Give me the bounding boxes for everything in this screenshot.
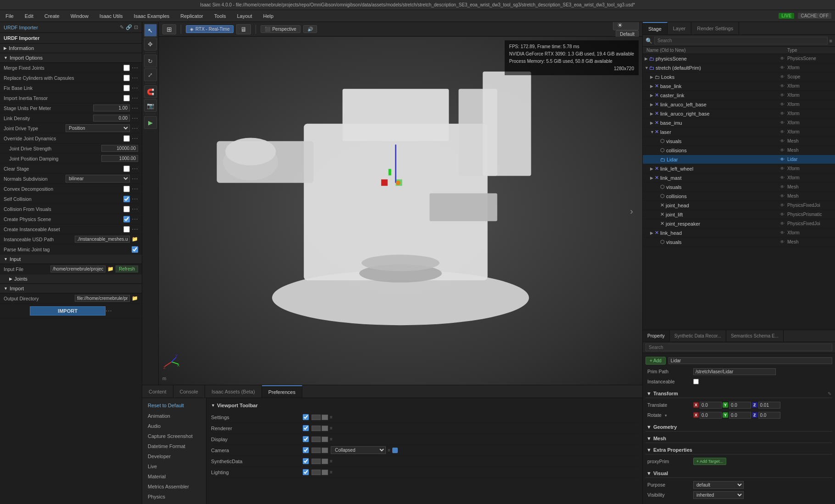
tree-row[interactable]: ▶ ✕ base_link 👁 Xform	[643, 82, 835, 91]
tree-row[interactable]: ⬡ collisions 👁 Mesh	[643, 192, 835, 201]
eye-icon[interactable]: 👁	[780, 212, 787, 217]
pref-renderer-extra[interactable]	[322, 426, 328, 431]
pref-settings-toggle[interactable]	[312, 415, 321, 420]
override-joint-dynamics-dots[interactable]: ⋯	[132, 135, 138, 142]
transform-btn[interactable]: ⊞	[162, 24, 176, 34]
pref-property-widgets[interactable]: Property Widgets	[142, 502, 206, 504]
pref-display-check[interactable]	[303, 436, 309, 442]
rotate-z-input[interactable]	[758, 412, 780, 419]
tree-row[interactable]: ✕ joint_lift 👁 PhysicsPrismatic	[643, 210, 835, 219]
tree-row[interactable]: ▶ ✕ link_head 👁 Xform	[643, 228, 835, 238]
import-dots[interactable]: ⋯	[106, 307, 112, 315]
rotate-x-input[interactable]	[700, 412, 722, 419]
pref-renderer-check[interactable]	[303, 425, 309, 431]
joint-drive-type-select[interactable]: Position	[66, 124, 130, 132]
stage-units-dots[interactable]: ⋯	[132, 105, 138, 112]
eye-icon[interactable]: 👁	[780, 148, 787, 153]
transform-edit-icon[interactable]: ✎	[828, 391, 831, 396]
eye-icon[interactable]: 👁	[780, 93, 787, 98]
tree-row[interactable]: ✕ joint_head 👁 PhysicsFixedJoi	[643, 201, 835, 210]
audio-btn[interactable]: 🔊	[303, 25, 317, 33]
add-target-button[interactable]: + Add Target...	[693, 458, 726, 465]
pref-display-extra[interactable]	[322, 437, 328, 442]
menu-edit[interactable]: Edit	[23, 12, 35, 20]
tab-console[interactable]: Console	[173, 385, 205, 398]
snap-btn[interactable]: 🧲	[144, 85, 157, 98]
create-physics-scene-dots[interactable]: ⋯	[132, 216, 138, 223]
extra-section-title[interactable]: ▼ Extra Properties	[646, 446, 832, 454]
geometry-section-title[interactable]: ▼ Geometry	[646, 423, 832, 432]
menu-create[interactable]: Create	[43, 12, 61, 20]
pref-settings-check[interactable]	[303, 414, 309, 420]
tree-row[interactable]: ▶ 🗀 physicsScene 👁 PhysicsScene	[643, 54, 835, 63]
prop-search-input[interactable]	[646, 343, 832, 351]
pref-camera-check[interactable]	[303, 447, 309, 453]
eye-icon[interactable]: 👁	[780, 157, 787, 162]
pref-datetime-format[interactable]: Datetime Format	[142, 441, 206, 451]
rotate-tool-btn[interactable]: ↻	[144, 55, 157, 67]
convex-decomp-check[interactable]	[123, 186, 130, 192]
menu-tools[interactable]: Tools	[212, 12, 228, 20]
expand-icon[interactable]: ⊡	[134, 24, 138, 30]
import-options-section[interactable]: ▼ Import Options	[0, 53, 142, 63]
eye-icon[interactable]: 👁	[780, 203, 787, 208]
live-badge[interactable]: LIVE	[779, 13, 794, 19]
eye-icon[interactable]: 👁	[780, 56, 787, 61]
pref-material[interactable]: Material	[142, 471, 206, 482]
collision-from-visuals-dots[interactable]: ⋯	[132, 205, 138, 213]
eye-icon[interactable]: 👁	[780, 102, 787, 107]
input-file-input[interactable]	[50, 266, 106, 272]
translate-x-input[interactable]	[700, 402, 722, 409]
tree-row[interactable]: ▼ 🗀 stretch (defaultPrim) 👁 Xform	[643, 63, 835, 72]
prop-tab-property[interactable]: Property	[643, 330, 670, 342]
link-density-dots[interactable]: ⋯	[132, 115, 138, 122]
eye-icon[interactable]: 👁	[780, 111, 787, 116]
display-btn[interactable]: 🖥	[236, 24, 251, 34]
tree-row[interactable]: ⬡ visuals 👁 Mesh	[643, 137, 835, 146]
scale-tool-btn[interactable]: ⤢	[144, 68, 157, 81]
camera-btn[interactable]: 📷	[144, 99, 157, 112]
play-btn[interactable]: ▶	[144, 116, 157, 129]
eye-icon[interactable]: 👁	[780, 239, 787, 244]
pref-settings-extra[interactable]	[322, 415, 328, 420]
pref-audio[interactable]: Audio	[142, 421, 206, 431]
viewport-3d[interactable]: › FPS: 172.89, Frame time: 5.78 ms NVIDI…	[159, 37, 642, 385]
pref-animation[interactable]: Animation	[142, 411, 206, 421]
pref-capture-screenshot[interactable]: Capture Screenshot	[142, 431, 206, 441]
tree-row[interactable]: ⬡ visuals 👁 Mesh	[643, 183, 835, 192]
eye-icon[interactable]: 👁	[780, 175, 787, 180]
pref-synthetic-extra[interactable]	[322, 459, 328, 464]
transform-section-title[interactable]: ▼ Transform ✎	[646, 389, 832, 398]
eye-icon[interactable]: 👁	[780, 65, 787, 70]
pref-synthetic-check[interactable]	[303, 458, 309, 464]
joint-drive-type-dots[interactable]: ⋯	[132, 125, 138, 132]
menu-help[interactable]: Help	[262, 12, 276, 20]
rtx-btn[interactable]: ◈ RTX - Real-Time	[186, 25, 234, 33]
pref-display-toggle[interactable]	[312, 437, 321, 442]
translate-y-input[interactable]	[729, 402, 751, 409]
tree-row[interactable]: ⬡ visuals 👁 Mesh	[643, 238, 835, 247]
tab-isaac-assets[interactable]: Isaac Assets (Beta)	[205, 385, 262, 398]
joint-position-damping-input[interactable]	[101, 155, 138, 162]
purpose-select[interactable]: default	[693, 481, 744, 489]
override-joint-dynamics-check[interactable]	[123, 135, 130, 142]
pref-metrics-assembler[interactable]: Metrics Assembler	[142, 482, 206, 492]
perspective-btn[interactable]: ⬛ Perspective	[261, 25, 300, 33]
menu-layout[interactable]: Layout	[235, 12, 254, 20]
parse-mimic-check[interactable]	[132, 246, 138, 253]
add-name-input[interactable]	[668, 357, 832, 364]
translate-z-input[interactable]	[758, 402, 780, 409]
tree-row[interactable]: ▶ ✕ link_aruco_left_base 👁 Xform	[643, 100, 835, 109]
folder-icon3[interactable]: 📁	[132, 295, 138, 301]
tree-row[interactable]: ▶ ✕ link_mast 👁 Xform	[643, 173, 835, 183]
input-section[interactable]: ▼ Input	[0, 255, 142, 264]
stage-search-input[interactable]	[654, 37, 828, 44]
tree-row[interactable]: ✕ joint_respeaker 👁 PhysicsFixedJoi	[643, 219, 835, 228]
menu-isaac-examples[interactable]: Isaac Examples	[132, 12, 172, 20]
pref-camera-select[interactable]: Collapsed	[331, 446, 386, 454]
menu-window[interactable]: Window	[69, 12, 90, 20]
information-section[interactable]: ▶ Information	[0, 44, 142, 53]
tree-row[interactable]: ▼ ✕ laser 👁 Xform	[643, 127, 835, 137]
lidar-tree-row[interactable]: 🗀 Lidar 👁 Lidar	[643, 155, 835, 164]
add-button[interactable]: + Add	[646, 357, 666, 365]
